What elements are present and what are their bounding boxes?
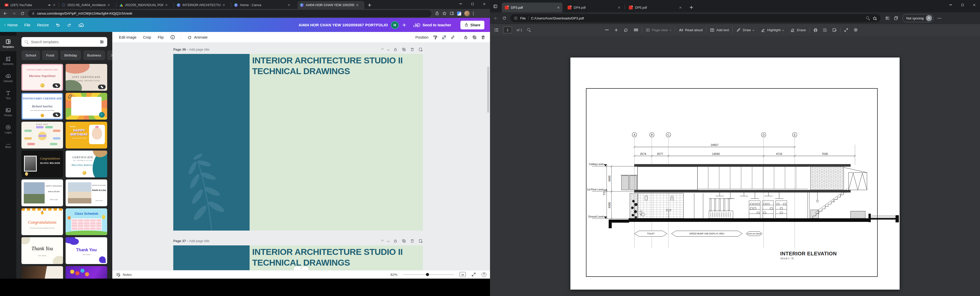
sidebar-item-logos[interactable]: Logos — [0, 122, 16, 137]
zoom-in-icon[interactable] — [614, 28, 618, 32]
rotate-icon[interactable] — [624, 28, 628, 32]
save-icon[interactable] — [823, 28, 827, 32]
template-thumbnail[interactable] — [21, 266, 63, 278]
tab-close-icon[interactable] — [108, 4, 110, 6]
duplicate-icon[interactable] — [470, 35, 479, 40]
teal-band[interactable] — [173, 245, 250, 270]
zoom-search-icon[interactable] — [866, 16, 870, 20]
tab-close-icon[interactable] — [288, 4, 290, 6]
lock-toggle-icon[interactable] — [461, 35, 470, 40]
settings-gear-icon[interactable] — [853, 27, 858, 32]
tab-close-icon[interactable] — [223, 4, 225, 6]
duplicate-page-icon[interactable] — [402, 47, 406, 52]
new-tab-button[interactable] — [367, 2, 372, 8]
chrome-menu-icon[interactable] — [473, 12, 474, 15]
bookmark-star-icon[interactable] — [442, 11, 447, 16]
template-thumbnail[interactable]: Class Schedule — [65, 208, 107, 235]
template-thumbnail[interactable]: WE'RE ENGAGED Kevin & Lisa WITH LOVE — [65, 179, 107, 206]
template-thumbnail[interactable] — [65, 93, 107, 120]
pdf-tab-dp4[interactable]: DP4.pdf — [565, 3, 623, 12]
redo-icon[interactable] — [67, 22, 72, 27]
back-icon[interactable] — [492, 14, 499, 22]
pills-scroll-right-icon[interactable] — [107, 50, 112, 60]
tab-close-icon[interactable] — [165, 4, 167, 6]
window-restore-button[interactable] — [956, 0, 968, 10]
template-thumbnail[interactable]: Thank You Aaron Howard — [65, 237, 107, 264]
collections-icon[interactable] — [894, 16, 898, 21]
template-thumbnail[interactable]: CERTIFICATE OF APPRECIATION Marceline An… — [65, 150, 107, 178]
share-icon[interactable] — [435, 11, 439, 16]
lock-page-icon[interactable] — [393, 47, 398, 52]
window-minimize-button[interactable] — [455, 0, 466, 8]
move-page-up-icon[interactable] — [381, 240, 384, 242]
template-thumbnail[interactable]: Congratulations You have successfully co… — [21, 208, 63, 235]
notes-button[interactable]: Notes — [116, 272, 132, 277]
browser-tab-canva-home[interactable]: Home - Canva — [232, 1, 296, 9]
sidebar-item-photos[interactable]: Photos — [0, 104, 16, 120]
side-panel-icon[interactable] — [450, 11, 454, 16]
tab-close-icon[interactable] — [53, 4, 55, 6]
omnibox[interactable]: canva.com/design/DAFIpP_mXCM/jh1S4tw3g64… — [28, 10, 431, 17]
canvas-scrollbar[interactable] — [487, 44, 489, 269]
move-page-down-icon[interactable] — [387, 240, 390, 242]
sidebar-item-elements[interactable]: Elements — [0, 53, 16, 68]
tab-close-icon[interactable] — [557, 6, 559, 8]
pdf-tab-dp5[interactable]: DP5.pdf — [626, 3, 684, 12]
design-title[interactable]: AI404 HOR CHAN YEW 1002059367 PORTFOLIO — [299, 23, 388, 27]
template-thumbnail[interactable]: HAPPY ENGAGED MIA & KEVIN WITH LOVE — [21, 179, 63, 206]
category-pill-birthday[interactable]: Birthday — [60, 50, 81, 60]
favorite-star-icon[interactable] — [873, 16, 877, 21]
edge-menu-icon[interactable] — [938, 18, 941, 19]
browser-tab-architecture-drawings[interactable]: 2022-05_AI404_Architecture Dra — [59, 1, 115, 9]
edit-image-button[interactable]: Edit image — [119, 35, 137, 39]
tab-close-icon[interactable] — [618, 6, 620, 8]
animate-button[interactable]: Animate — [188, 35, 207, 40]
omnibox[interactable]: File C:/Users/Acer/Downloads/DP3.pdf — [511, 14, 880, 22]
erase-button[interactable]: Erase — [791, 28, 806, 32]
template-thumbnail[interactable]: TOOTH FAIRY CERTIFICATE Mariana Napolita… — [21, 64, 63, 91]
move-page-up-icon[interactable] — [381, 48, 384, 51]
add-page-title[interactable]: Add page title — [189, 239, 210, 243]
sync-profile-button[interactable]: Not syncing — [902, 14, 934, 22]
lock-page-icon[interactable] — [393, 239, 398, 243]
template-thumbnail[interactable]: Congratulations OLIVIA WILSON — [21, 150, 63, 178]
resize-menu[interactable]: Resize — [37, 23, 49, 27]
back-icon[interactable] — [2, 10, 9, 17]
pdf-tab-dp3[interactable]: DP3.pdf — [502, 3, 563, 12]
highlight-button[interactable]: Highlight — [761, 28, 784, 32]
category-pill-food[interactable]: Food — [42, 50, 58, 60]
zoom-slider-knob[interactable] — [426, 273, 429, 276]
browser-tab-youtube[interactable]: (197) YouTube — [2, 1, 58, 9]
window-minimize-button[interactable] — [945, 0, 956, 10]
add-text-button[interactable]: Add text — [710, 28, 729, 32]
new-tab-button[interactable] — [689, 5, 694, 10]
delete-page-icon[interactable] — [410, 47, 414, 52]
template-thumbnail[interactable]: TOOTH FAIRY CERTIFICATE Richard Sanchez … — [21, 93, 63, 120]
tab-close-icon[interactable] — [679, 6, 681, 8]
help-icon[interactable]: ? — [482, 272, 487, 277]
page-36[interactable]: INTERIOR ARCHITECTURE STUDIO II TECHNICA… — [173, 54, 423, 230]
sidebar-item-templates[interactable]: Templates — [0, 36, 16, 51]
page-title-text[interactable]: INTERIOR ARCHITECTURE STUDIO II TECHNICA… — [252, 55, 421, 77]
add-page-icon[interactable] — [418, 239, 423, 243]
tab-audio-icon[interactable] — [48, 3, 51, 6]
window-close-button[interactable] — [968, 0, 980, 10]
template-thumbnail[interactable] — [65, 266, 107, 278]
delete-icon[interactable] — [479, 35, 487, 40]
home-button[interactable]: Home — [5, 23, 18, 27]
file-menu[interactable]: File — [24, 23, 30, 27]
find-icon[interactable] — [527, 28, 531, 32]
crop-button[interactable]: Crop — [143, 35, 151, 39]
search-input[interactable] — [31, 40, 97, 44]
position-button[interactable]: Position — [415, 35, 428, 39]
favorites-bar-icon[interactable] — [885, 16, 890, 21]
info-icon[interactable] — [170, 35, 175, 40]
fit-to-width-icon[interactable] — [634, 27, 638, 32]
transparency-icon[interactable] — [440, 35, 449, 39]
reload-icon[interactable] — [501, 14, 508, 22]
teal-band[interactable] — [173, 54, 250, 230]
tab-close-icon[interactable] — [356, 4, 358, 6]
profile-avatar[interactable] — [464, 11, 470, 16]
invite-plus-icon[interactable] — [402, 23, 406, 27]
sidebar-item-uploads[interactable]: Uploads — [0, 70, 16, 85]
